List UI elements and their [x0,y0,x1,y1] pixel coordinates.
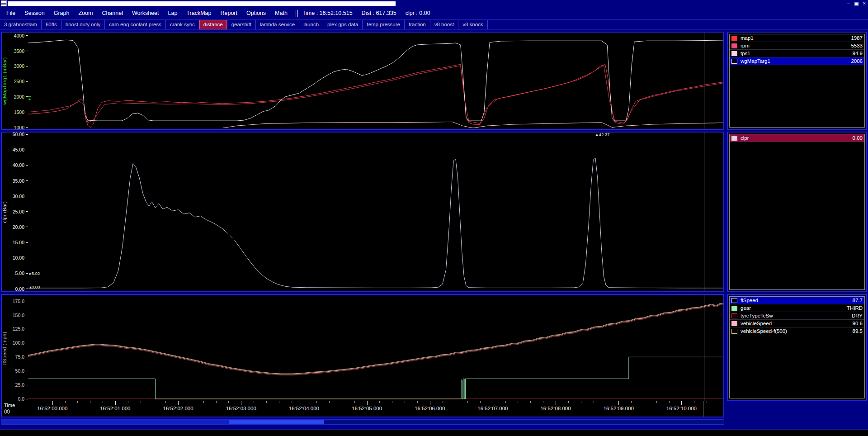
y-tick-text: 1000 [14,125,24,130]
time-major-tick [556,401,556,405]
tab-60fts[interactable]: 60fts [42,20,61,29]
menu-item-zoom[interactable]: Zoom [74,8,97,19]
time-minor-tick [379,401,380,403]
time-major-tick [304,401,304,405]
y-tick-35.00: 35.00 [13,178,28,184]
tab-lambda-service[interactable]: lambda service [256,20,299,29]
time-label: 16:52:04.000 [289,406,319,411]
tab-v8-knock[interactable]: v8 knock [458,20,487,29]
minimize-button[interactable]: – [847,0,850,7]
time-minor-tick [543,401,543,403]
time-minor-tick [254,401,254,403]
y-tick-text: 2500 [14,79,24,84]
app-icon [1,0,7,6]
y-tick-text: 3500 [14,48,24,54]
tab-cam-eng-coolant-press[interactable]: cam eng coolant press [105,20,166,29]
tab-crank-sync[interactable]: crank sync [166,20,199,29]
plot-area-1[interactable]: ▸ [28,33,723,129]
chart-svg-2 [28,133,723,291]
menu-bar-items: FileSessionGraphZoomChannelWorksheetLapT… [2,8,292,19]
flspeed-swatch [731,298,737,303]
time-minor-tick [228,401,229,403]
tab-launch[interactable]: launch [299,20,323,29]
y-tick-text: 45.00 [13,147,24,152]
y-tick-text: 4000 [14,33,24,38]
y-tick-text: 35.00 [13,178,24,184]
scrollbar-thumb[interactable] [229,420,324,424]
window-controls: –▣× [847,0,866,7]
legend-row-vehiclespeed[interactable]: vehicleSpeed90.6 [730,320,864,327]
channel-value: 2006 [851,58,863,64]
trace-rpm [28,65,723,123]
time-minor-tick [656,401,657,403]
trace-vehiclespeed [28,304,723,374]
menu-item-session[interactable]: Session [20,8,49,19]
cursor-line[interactable] [704,33,704,129]
legend-row-clpr[interactable]: clpr0.00 [730,134,864,142]
tab-gearshift[interactable]: gearshift [227,20,256,29]
channel-name: vehicleSpeed-f(500) [741,328,853,334]
y-tick-text: 125.0 [13,326,24,332]
y-tick-10.00: 10.00 [13,255,28,261]
menu-item-graph[interactable]: Graph [49,8,74,19]
legend-row-wgmaptarg1[interactable]: wgMapTarg12006 [730,57,864,65]
vehiclespeed-swatch [731,321,737,326]
time-axis: Time (s) 16:52:00.00016:52:01.00016:52:0… [2,401,723,417]
value-marker: ▲42.37 [594,133,609,137]
menu-item-trackmap[interactable]: TrackMap [182,8,216,19]
legend-row-flspeed[interactable]: flSpeed87.7 [730,297,864,304]
tab-3-graboostlam[interactable]: 3 graboostlam [0,20,42,29]
time-minor-tick [455,401,455,403]
time-label: 16:52:02.000 [163,406,193,411]
menu-item-lap[interactable]: Lap [163,8,182,19]
window-title-strip[interactable] [8,1,396,6]
channel-value: 1987 [851,35,863,41]
legend-row-rpm[interactable]: rpm5533 [730,42,864,50]
legend-box-1: map11987rpm5533tps194.9wgMapTarg12006 [727,32,867,130]
menu-item-worksheet[interactable]: Worksheet [127,8,164,19]
time-major-tick [367,401,368,405]
tab-boost-duty-only[interactable]: boost duty only [61,20,105,29]
status-dist: Dist : 617.335 [362,10,396,16]
close-button[interactable]: × [863,0,866,7]
channel-name: map1 [741,35,851,41]
y-axis-flspeed: flSpeed (mph) 175.0150.0125.0100.075.050… [2,295,28,401]
plot-area-3[interactable] [28,295,723,401]
time-major-tick [681,401,682,405]
cursor-line[interactable] [704,295,704,401]
y-tick-1000: 1000 [14,125,28,130]
legend-row-map1[interactable]: map11987 [730,34,864,42]
channel-name: tyreTypeTcSw [741,313,852,318]
legend-row-tps1[interactable]: tps194.9 [730,50,864,57]
time-minor-tick [279,401,279,403]
time-minor-tick [141,401,141,403]
tab-distance[interactable]: distance [199,20,227,29]
y-tick-text: 40.00 [13,162,24,168]
legend-row-tyretypetcsw[interactable]: tyreTypeTcSwDRY [730,312,864,320]
tab-plex-gps-data[interactable]: plex gps data [323,20,363,29]
menu-item-math[interactable]: Math [270,8,292,19]
tab-traction[interactable]: traction [405,20,430,29]
trace-vehiclespeed-f-500 [28,303,723,374]
y-tick-75.0: 75.0 [15,354,28,360]
y-tick-4000: 4000 [14,33,28,38]
legend-row-vehiclespeed-f-500[interactable]: vehicleSpeed-f(500)89.5 [730,327,864,335]
menu-item-report[interactable]: Report [216,8,242,19]
plot-area-2[interactable]: ▲42.37▸5.02▴0.00 [28,133,723,291]
value-marker: ▸ [29,96,31,101]
time-label: 16:52:08.000 [540,406,571,411]
menu-item-file[interactable]: File [2,8,20,19]
restore-button[interactable]: ▣ [854,0,859,7]
value-marker: ▸5.02 [29,271,40,276]
horizontal-scrollbar[interactable] [1,419,724,425]
y-tick-40.00: 40.00 [13,162,28,168]
legend-row-gear[interactable]: gearTHIRD [730,304,864,312]
menu-item-options[interactable]: Options [242,8,270,19]
cursor-line[interactable] [703,401,703,417]
menu-item-channel[interactable]: Channel [97,8,127,19]
time-minor-tick [467,401,468,403]
tab-temp-pressure[interactable]: temp pressure [363,20,405,29]
tab-v8-boost[interactable]: v8 boost [430,20,458,29]
cursor-line[interactable] [704,133,704,291]
trace-gear [28,357,723,399]
